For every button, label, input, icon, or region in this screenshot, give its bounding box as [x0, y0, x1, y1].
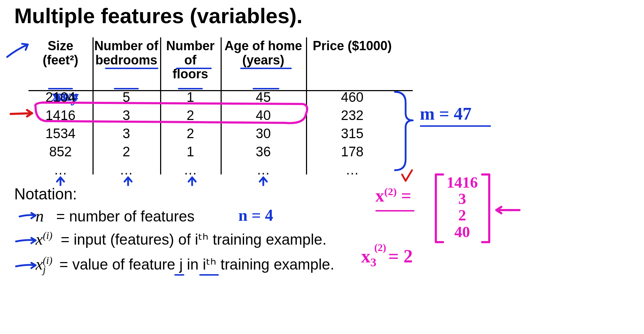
table-cell: 3: [93, 125, 160, 143]
table-cell: 1416: [28, 106, 93, 125]
underline-x1: [48, 88, 73, 89]
notation-xi-def: = input (features) of iᵗʰ training examp…: [61, 231, 327, 248]
annotation-x2-vector: 1416 3 2 40: [447, 174, 478, 240]
table-cell: 40: [221, 106, 306, 125]
page-title: Multiple features (variables).: [14, 4, 302, 28]
table-cell: 460: [306, 88, 398, 106]
arrows-notation: [16, 213, 36, 268]
col-divider-4: [306, 37, 307, 174]
table-cell: 232: [306, 106, 398, 125]
table-cell: 178: [306, 143, 398, 161]
feature-table: Size (feet²) Number of bedrooms Number o…: [28, 37, 420, 179]
col-header-bedrooms: Number of bedrooms: [93, 37, 160, 68]
table-body: 2104514546014163240232153432303158522136…: [28, 88, 420, 179]
table-cell: 2: [160, 125, 221, 143]
col-header-floors-l1: Number of: [166, 38, 215, 67]
notation-n-symbol: n: [36, 207, 44, 225]
col-header-price: Price ($1000): [306, 37, 398, 54]
table-cell: 1: [160, 88, 221, 106]
table-cell: 2104: [28, 88, 93, 106]
col-divider-2: [160, 37, 161, 174]
table-row: 21045145460: [28, 88, 420, 106]
x2-vec-1: 3: [447, 191, 478, 207]
annotation-m-eq: m = 47: [420, 103, 471, 124]
underline-bedrooms: [105, 68, 158, 69]
col-header-floors: Number of floors: [160, 37, 221, 83]
table-cell: 315: [306, 125, 398, 143]
underline-x2: [375, 210, 415, 212]
table-row: 14163240232: [28, 106, 420, 125]
notation-n-line: n = number of features: [36, 207, 195, 225]
table-cell: 2: [160, 106, 221, 125]
annotation-n-eq: n = 4: [238, 206, 273, 225]
table-cell: …: [28, 161, 93, 179]
notation-xi-line: x(i) = input (features) of iᵗʰ training …: [36, 230, 327, 249]
underline-x3: [178, 88, 203, 89]
table-row: ……………: [28, 161, 420, 179]
table-cell: …: [306, 161, 398, 179]
notation-xij-def: = value of feature j in iᵗʰ training exa…: [59, 256, 334, 273]
col-header-age-l1: Age of home: [225, 38, 302, 53]
underline-x2-col: [114, 88, 139, 89]
notation-n-def: = number of features: [56, 208, 195, 225]
table-cell: …: [160, 161, 221, 179]
table-cell: 852: [28, 143, 93, 161]
x2-vec-0: 1416: [447, 174, 478, 191]
x2-vec-3: 40: [447, 224, 478, 240]
table-row: 15343230315: [28, 125, 420, 143]
table-cell: 36: [221, 143, 306, 161]
table-cell: 30: [221, 125, 306, 143]
annotation-x2-lhs: x(2) =: [375, 185, 411, 206]
underline-j: [174, 274, 184, 276]
table-header-row: Size (feet²) Number of bedrooms Number o…: [28, 37, 420, 83]
arrow-into-vector: [496, 207, 519, 213]
table-cell: 1: [160, 143, 221, 161]
underline-floors: [176, 68, 212, 69]
table-cell: 2: [93, 143, 160, 161]
table-cell: …: [93, 161, 160, 179]
table-cell: …: [221, 161, 306, 179]
notation-header: Notation:: [14, 185, 77, 203]
table-cell: 45: [221, 88, 306, 106]
col-header-age-l2: (years): [242, 53, 284, 67]
underline-x4: [253, 88, 279, 89]
col-header-age: Age of home (years): [221, 37, 306, 68]
notation-xij-line: xj(i) = value of feature j in iᵗʰ traini…: [36, 255, 334, 276]
table-cell: 5: [93, 88, 160, 106]
underline-years: [240, 68, 292, 69]
col-header-bedrooms-l2: bedrooms: [95, 53, 157, 67]
arrow-to-size: [7, 44, 28, 57]
col-divider-3: [221, 37, 222, 174]
underline-ith: [199, 274, 219, 276]
col-divider-1: [93, 37, 94, 174]
underline-m: [420, 125, 491, 127]
col-header-bedrooms-l1: Number of: [94, 38, 158, 53]
table-cell: 1534: [28, 125, 93, 143]
annotation-x23-eq: x3(2)= 2: [361, 246, 413, 269]
table-row: 8522136178: [28, 143, 420, 161]
notation-xij-symbol: xj(i): [36, 255, 55, 273]
table-cell: 3: [93, 106, 160, 125]
x2-vec-2: 2: [447, 207, 478, 224]
slide: Multiple features (variables). Size (fee…: [0, 0, 644, 334]
col-header-size: Size (feet²): [28, 37, 93, 68]
notation-xi-symbol: x(i): [36, 230, 52, 248]
